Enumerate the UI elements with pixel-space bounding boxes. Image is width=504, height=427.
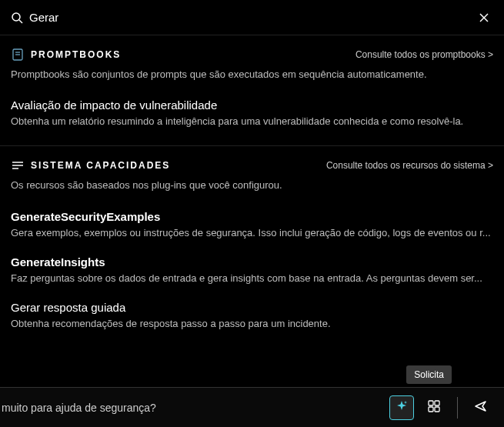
result-title: Avaliação de impacto de vulnerabilidade [11, 98, 493, 112]
system-desc: Os recursos são baseados nos plug-ins qu… [11, 178, 493, 192]
result-desc: Obtenha um relatório resumindo a intelig… [11, 115, 493, 128]
svg-rect-12 [429, 407, 433, 412]
send-icon [474, 399, 488, 415]
svg-rect-13 [435, 407, 439, 412]
svg-point-0 [12, 13, 20, 21]
promptbook-result-item[interactable]: Avaliação de impacto de vulnerabilidade … [11, 92, 493, 138]
apps-button[interactable] [422, 395, 446, 420]
system-result-item[interactable]: Gerar resposta guiada Obtenha recomendaç… [11, 295, 493, 340]
result-desc: Gera exemplos, exemplos ou instruções de… [11, 226, 493, 240]
svg-rect-10 [429, 401, 433, 405]
search-input[interactable] [29, 11, 469, 24]
grid-icon [427, 399, 441, 415]
svg-rect-11 [435, 401, 439, 405]
results-content: PROMPTBOOKS Consulte todos os promptbook… [0, 35, 504, 387]
footer-prompt-text: muito para ajuda de segurança? [0, 402, 156, 414]
system-result-item[interactable]: GenerateInsights Faz perguntas sobre os … [11, 249, 493, 295]
footer-actions [389, 395, 493, 420]
footer-bar: muito para ajuda de segurança? [0, 387, 504, 427]
list-icon [11, 158, 25, 172]
send-button[interactable] [469, 395, 493, 420]
svg-line-1 [19, 20, 22, 23]
tooltip: Solicita [406, 365, 452, 384]
search-bar [0, 0, 504, 35]
promptbook-icon [11, 48, 25, 62]
system-title: SISTEMA CAPACIDADES [31, 160, 170, 171]
clear-search-button[interactable] [475, 8, 493, 27]
result-desc: Obtenha recomendações de resposta passo … [11, 317, 493, 331]
system-result-item[interactable]: GenerateSecurityExamples Gera exemplos, … [11, 204, 493, 249]
result-title: GenerateSecurityExamples [11, 210, 493, 223]
prompts-button[interactable] [389, 395, 414, 420]
result-desc: Faz perguntas sobre os dados de entrada … [11, 272, 493, 285]
divider [457, 397, 458, 419]
see-all-promptbooks-link[interactable]: Consulte todos os promptbooks > [355, 49, 493, 60]
result-title: GenerateInsights [11, 255, 493, 269]
promptbooks-header: PROMPTBOOKS Consulte todos os promptbook… [11, 48, 493, 62]
system-capabilities-section: SISTEMA CAPACIDADES Consulte todos os re… [0, 146, 504, 348]
promptbooks-title: PROMPTBOOKS [31, 49, 121, 60]
result-title: Gerar resposta guiada [11, 301, 493, 314]
promptbooks-section: PROMPTBOOKS Consulte todos os promptbook… [0, 35, 504, 146]
sparkle-icon [395, 399, 409, 415]
see-all-system-link[interactable]: Consulte todos os recursos do sistema > [326, 160, 493, 171]
search-icon [11, 12, 23, 24]
system-header: SISTEMA CAPACIDADES Consulte todos os re… [11, 158, 493, 172]
promptbooks-desc: Promptbooks são conjuntos de prompts que… [11, 68, 493, 82]
